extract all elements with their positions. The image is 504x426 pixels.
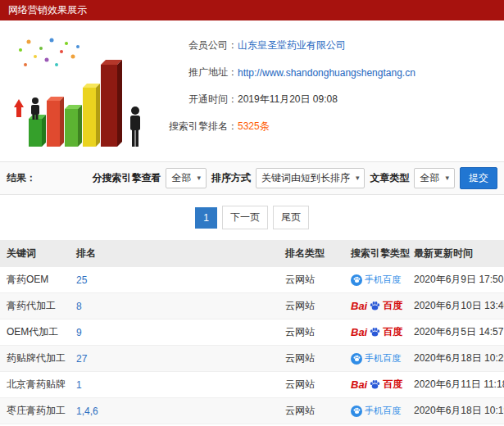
results-table: 关键词排名排名类型搜索引擎类型最新更新时间 膏药OEM25云网站手机百度2020…	[0, 240, 504, 426]
column-header: 关键词	[0, 240, 70, 267]
next-page-button[interactable]: 下一页	[222, 206, 268, 229]
column-header: 最新更新时间	[407, 240, 504, 267]
rank-link[interactable]: 9	[76, 327, 82, 338]
results-table-body: 膏药OEM25云网站手机百度2020年6月9日 17:50膏药代加工8云网站Ba…	[0, 267, 504, 426]
chevron-down-icon: ▾	[197, 174, 201, 182]
rank-count-value: 5325条	[238, 120, 270, 134]
last-page-button[interactable]: 尾页	[273, 206, 309, 229]
bar-chart-illustration	[4, 32, 152, 155]
updated-cell: 2020年6月18日 10:25	[407, 346, 504, 372]
rank-link[interactable]: 27	[76, 353, 87, 365]
updated-cell: 2020年6月18日 10:19	[407, 398, 504, 424]
pagination: 1 下一页 尾页	[0, 206, 504, 229]
engine-cell: 手机百度	[344, 346, 407, 372]
baidu-logo-latin: Bai	[351, 326, 367, 338]
keyword-cell: 膏药OEM	[0, 267, 70, 293]
info-row-rank-count: 搜索引擎排名： 5325条	[156, 113, 504, 140]
page-header-bar: 网络营销效果展示	[0, 0, 504, 20]
info-row-url: 推广地址： http://www.shandonghuangshengtang.…	[156, 59, 504, 86]
rank-cell: 25	[70, 267, 279, 293]
table-row: 药贴牌代加工27云网站手机百度2020年6月18日 10:25	[0, 346, 504, 372]
filter-bar: 结果： 分搜索引擎查看 全部 ▾ 排序方式 关键词由短到长排序 ▾ 文章类型 全…	[0, 161, 504, 195]
rank-cell: 8	[70, 293, 279, 320]
updated-cell: 2020年6月11日 11:18	[407, 372, 504, 398]
article-type-label: 文章类型	[370, 171, 409, 185]
chevron-down-icon: ▾	[445, 174, 449, 182]
baidu-logo: Bai百度	[351, 299, 402, 313]
open-time-value: 2019年11月20日 09:08	[238, 93, 338, 106]
mobile-baidu-badge: 手机百度	[351, 274, 401, 286]
current-page-button[interactable]: 1	[195, 207, 217, 229]
engine-label: 百度	[383, 299, 402, 313]
article-type-selected-value: 全部	[420, 171, 439, 185]
engine-cell: 手机百度	[344, 267, 407, 293]
table-header-row: 关键词排名排名类型搜索引擎类型最新更新时间	[0, 240, 504, 267]
result-label: 结果：	[7, 171, 36, 185]
baidu-logo-latin: Bai	[351, 300, 367, 312]
info-row-open-time: 开通时间： 2019年11月20日 09:08	[156, 86, 504, 113]
submit-button[interactable]: 提交	[460, 167, 497, 189]
column-header: 排名类型	[279, 240, 344, 267]
promo-url-link[interactable]: http://www.shandonghuangshengtang.cn	[238, 67, 415, 79]
baidu-paw-icon	[370, 301, 380, 311]
rank-link[interactable]: 1,4,6	[76, 406, 98, 417]
rank-type-cell: 云网站	[279, 372, 344, 398]
promo-url-label: 推广地址：	[156, 66, 238, 79]
engine-filter-label: 分搜索引擎查看	[92, 171, 161, 185]
mobile-baidu-badge: 手机百度	[351, 405, 401, 417]
mobile-baidu-icon	[351, 274, 362, 286]
table-row: 北京膏药贴牌1云网站Bai百度2020年6月11日 11:18	[0, 372, 504, 398]
engine-cell: Bai百度	[344, 293, 407, 320]
engine-label: 手机百度	[365, 352, 401, 365]
sort-select[interactable]: 关键词由短到长排序 ▾	[256, 168, 366, 188]
engine-filter-select[interactable]: 全部 ▾	[166, 168, 207, 188]
growth-arrow-icon	[14, 99, 24, 117]
3d-bars	[29, 60, 122, 147]
engine-label: 手机百度	[365, 274, 401, 286]
keyword-cell: 北京膏药贴牌	[0, 372, 70, 398]
rank-link[interactable]: 25	[76, 274, 87, 286]
rank-cell: 9	[70, 320, 279, 346]
rank-type-cell: 云网站	[279, 293, 344, 320]
keyword-cell: 药贴牌代加工	[0, 346, 70, 372]
keyword-cell: 膏药代加工	[0, 293, 70, 320]
mobile-baidu-badge: 手机百度	[351, 352, 401, 365]
engine-label: 百度	[383, 325, 402, 339]
rank-cell: 1	[70, 372, 279, 398]
sort-selected-value: 关键词由短到长排序	[261, 171, 350, 185]
table-row: OEM代加工9云网站Bai百度2020年6月5日 14:57	[0, 320, 504, 346]
baidu-logo: Bai百度	[351, 325, 402, 339]
businessman-right	[130, 106, 140, 147]
table-row: 膏药OEM25云网站手机百度2020年6月9日 17:50	[0, 267, 504, 293]
column-header: 搜索引擎类型	[344, 240, 407, 267]
baidu-logo-latin: Bai	[351, 378, 367, 391]
rank-type-cell: 云网站	[279, 346, 344, 372]
rank-type-cell: 云网站	[279, 398, 344, 424]
rank-type-cell: 云网站	[279, 320, 344, 346]
engine-label: 手机百度	[365, 405, 401, 417]
table-row: 膏药代加工8云网站Bai百度2020年6月10日 13:40	[0, 293, 504, 320]
rank-link[interactable]: 1	[76, 379, 82, 391]
mobile-baidu-icon	[351, 353, 362, 365]
rank-cell: 27	[70, 346, 279, 372]
engine-cell: 手机百度	[344, 398, 407, 424]
baidu-paw-icon	[353, 276, 361, 283]
rank-cell: 1,4,6	[70, 398, 279, 424]
baidu-paw-icon	[370, 327, 380, 338]
sort-label: 排序方式	[211, 171, 251, 185]
keyword-cell: 枣庄膏药加工	[0, 398, 70, 424]
page-title: 网络营销效果展示	[8, 4, 87, 16]
info-row-company: 会员公司： 山东皇圣堂药业有限公司	[156, 32, 504, 59]
mobile-baidu-icon	[351, 406, 362, 417]
company-link[interactable]: 山东皇圣堂药业有限公司	[238, 39, 346, 51]
updated-cell: 2020年6月5日 14:57	[407, 320, 504, 346]
article-type-select[interactable]: 全部 ▾	[414, 168, 455, 188]
marketing-chart-illustration	[0, 25, 156, 155]
baidu-paw-icon	[370, 379, 380, 390]
rank-link[interactable]: 8	[76, 301, 82, 312]
table-row: 枣庄膏药加工1,4,6云网站手机百度2020年6月18日 10:19	[0, 398, 504, 424]
company-label: 会员公司：	[156, 39, 238, 52]
baidu-paw-icon	[353, 355, 361, 362]
open-time-label: 开通时间：	[156, 93, 238, 106]
keyword-cell: OEM代加工	[0, 320, 70, 346]
